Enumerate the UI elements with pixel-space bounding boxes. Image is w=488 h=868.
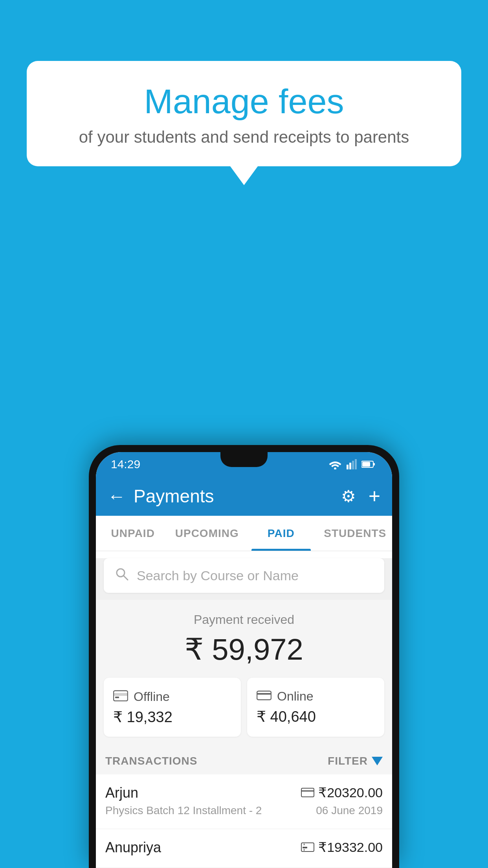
signal-icon	[347, 459, 357, 469]
transaction-amount: ₹19332.00	[318, 839, 383, 855]
offline-card-top: Offline	[113, 689, 231, 704]
settings-icon[interactable]: ⚙	[341, 487, 356, 506]
svg-rect-7	[362, 462, 370, 467]
search-bar[interactable]: Search by Course or Name	[104, 558, 384, 593]
tab-unpaid[interactable]: UNPAID	[96, 516, 170, 551]
payment-cards-row: Offline ₹ 19,332 Online ₹ 4	[96, 678, 392, 746]
online-icon	[257, 689, 272, 704]
transaction-amount: ₹20320.00	[318, 785, 383, 800]
svg-rect-4	[355, 459, 357, 469]
svg-rect-2	[349, 463, 351, 469]
svg-rect-12	[115, 697, 119, 698]
transaction-course: Physics Batch 12 Installment - 2	[105, 804, 262, 817]
transaction-date: 06 June 2019	[316, 804, 383, 817]
transaction-name: Anupriya	[105, 839, 161, 856]
phone-notch	[220, 452, 268, 467]
transaction-amount-row: ₹19332.00	[301, 839, 383, 855]
filter-icon	[372, 757, 383, 765]
transaction-row-bottom: Physics Batch 12 Installment - 2 06 June…	[105, 804, 383, 817]
content-area: Search by Course or Name Payment receive…	[96, 558, 392, 868]
speech-bubble-section: Manage fees of your students and send re…	[27, 61, 461, 166]
payment-received-amount: ₹ 59,972	[104, 632, 384, 667]
svg-rect-6	[373, 463, 375, 465]
svg-rect-11	[114, 693, 128, 696]
transaction-item-arjun[interactable]: Arjun ₹20320.00 Physics Batch 12 Install…	[96, 774, 392, 829]
search-icon	[115, 567, 129, 585]
svg-line-9	[124, 576, 128, 580]
bubble-title: Manage fees	[50, 83, 438, 121]
transaction-item-anupriya[interactable]: Anupriya ₹19332.00	[96, 829, 392, 868]
add-icon[interactable]: +	[369, 484, 380, 508]
svg-rect-13	[257, 691, 271, 700]
transactions-label: TRANSACTIONS	[105, 755, 197, 767]
status-time: 14:29	[111, 458, 140, 471]
filter-button[interactable]: FILTER	[328, 755, 383, 767]
app-header: ← Payments ⚙ +	[96, 476, 392, 516]
online-card-type: Online	[277, 689, 314, 704]
wifi-icon	[328, 459, 342, 469]
transaction-row-top: Arjun ₹20320.00	[105, 785, 383, 801]
speech-bubble: Manage fees of your students and send re…	[27, 61, 461, 166]
online-card: Online ₹ 40,640	[247, 678, 384, 737]
offline-card-amount: ₹ 19,332	[113, 708, 231, 726]
phone-frame: 14:29	[89, 445, 399, 868]
payment-received-label: Payment received	[104, 612, 384, 627]
tab-upcoming[interactable]: UPCOMING	[170, 516, 244, 551]
svg-rect-1	[347, 465, 349, 469]
tab-students[interactable]: STUDENTS	[318, 516, 393, 551]
bubble-subtitle: of your students and send receipts to pa…	[50, 128, 438, 147]
offline-card-type: Offline	[134, 690, 170, 704]
header-title: Payments	[134, 485, 341, 507]
svg-point-0	[334, 467, 336, 469]
online-card-amount: ₹ 40,640	[257, 708, 375, 725]
tabs: UNPAID UPCOMING PAID STUDENTS	[96, 516, 392, 551]
tab-paid[interactable]: PAID	[244, 516, 318, 551]
search-input[interactable]: Search by Course or Name	[137, 568, 299, 583]
svg-rect-3	[352, 461, 354, 469]
header-actions: ⚙ +	[341, 484, 380, 508]
phone-inner: 14:29	[96, 452, 392, 868]
battery-icon	[361, 460, 376, 468]
offline-payment-icon	[301, 842, 314, 852]
transaction-row-top: Anupriya ₹19332.00	[105, 839, 383, 856]
transaction-amount-row: ₹20320.00	[301, 785, 383, 800]
offline-card: Offline ₹ 19,332	[104, 678, 241, 737]
offline-icon	[113, 689, 128, 704]
svg-rect-15	[301, 788, 314, 797]
status-icons	[328, 459, 376, 469]
transactions-header: TRANSACTIONS FILTER	[96, 746, 392, 774]
online-card-top: Online	[257, 689, 375, 704]
filter-label: FILTER	[328, 755, 368, 767]
svg-rect-18	[303, 847, 307, 848]
payment-received-section: Payment received ₹ 59,972	[96, 600, 392, 678]
online-payment-icon	[301, 787, 314, 798]
back-button[interactable]: ←	[108, 485, 126, 507]
transaction-name: Arjun	[105, 785, 138, 801]
